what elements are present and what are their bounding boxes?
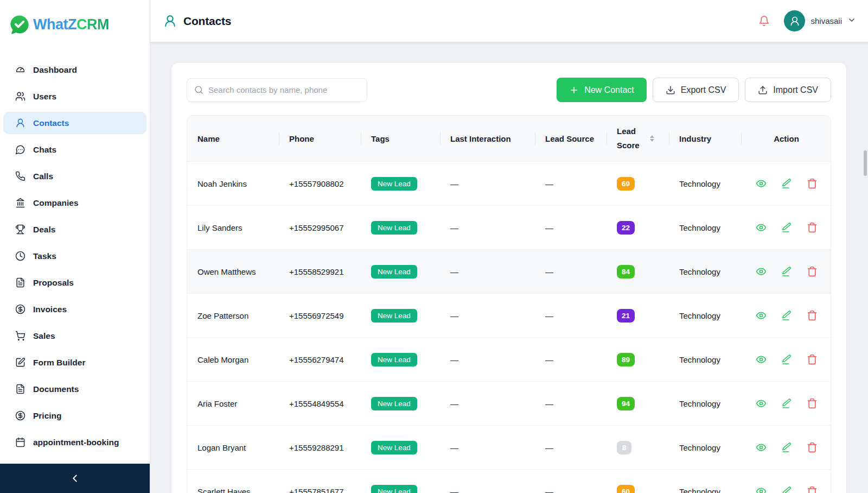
sidebar-item-tasks[interactable]: Tasks bbox=[3, 245, 146, 267]
sidebar-item-chats[interactable]: Chats bbox=[3, 138, 146, 161]
file-icon bbox=[15, 384, 25, 394]
sidebar-item-contacts[interactable]: Contacts bbox=[3, 112, 146, 134]
view-button[interactable] bbox=[756, 442, 767, 453]
chevron-left-icon bbox=[69, 472, 81, 484]
sidebar-item-label: Contacts bbox=[33, 118, 69, 128]
phone-icon bbox=[15, 171, 25, 181]
view-button[interactable] bbox=[756, 398, 767, 409]
contact-name: Caleb Morgan bbox=[187, 338, 279, 381]
sidebar-item-appointment-booking[interactable]: appointment-booking bbox=[3, 431, 146, 453]
new-contact-button[interactable]: New Contact bbox=[557, 78, 647, 102]
pencil-icon bbox=[781, 398, 792, 409]
sort-icon[interactable] bbox=[650, 135, 654, 142]
sidebar-item-deals[interactable]: Deals bbox=[3, 218, 146, 241]
contact-last-interaction: — bbox=[440, 294, 535, 337]
view-button[interactable] bbox=[756, 486, 767, 493]
tag-badge: New Lead bbox=[371, 441, 417, 454]
contact-phone: +15556279474 bbox=[279, 338, 361, 381]
contact-phone: +15559288291 bbox=[279, 426, 361, 469]
edit-button[interactable] bbox=[781, 310, 792, 321]
sidebar-item-label: Calls bbox=[33, 172, 53, 181]
edit-button[interactable] bbox=[781, 178, 792, 189]
delete-button[interactable] bbox=[807, 398, 818, 409]
delete-button[interactable] bbox=[807, 354, 818, 365]
sidebar-item-pricing[interactable]: Pricing bbox=[3, 404, 146, 427]
contact-lead-source: — bbox=[535, 162, 607, 205]
view-button[interactable] bbox=[756, 354, 767, 365]
tag-badge: New Lead bbox=[371, 265, 417, 279]
lead-score-badge: 89 bbox=[617, 353, 635, 366]
chevron-down-icon bbox=[847, 16, 856, 24]
sidebar-item-documents[interactable]: Documents bbox=[3, 378, 146, 400]
sidebar-item-label: Pricing bbox=[33, 411, 62, 421]
user-menu[interactable]: shivasaii bbox=[784, 10, 856, 31]
bank-icon bbox=[15, 198, 25, 208]
contact-last-interaction: — bbox=[440, 382, 535, 425]
contact-last-interaction: — bbox=[440, 426, 535, 469]
view-button[interactable] bbox=[756, 266, 767, 277]
user-icon bbox=[789, 16, 800, 27]
edit-button[interactable] bbox=[781, 442, 792, 453]
topbar: Contacts shivasaii bbox=[150, 0, 868, 42]
eye-icon bbox=[756, 310, 767, 321]
contact-row: Scarlett Hayes+15557851677New Lead——60Te… bbox=[187, 469, 831, 493]
column-header-label: Lead Score bbox=[617, 124, 643, 153]
delete-button[interactable] bbox=[807, 222, 818, 233]
import-csv-button[interactable]: Import CSV bbox=[745, 78, 831, 102]
contact-lead-score: 21 bbox=[607, 294, 669, 337]
delete-button[interactable] bbox=[807, 178, 818, 189]
lead-score-badge: 21 bbox=[617, 309, 635, 323]
sidebar-item-form-builder[interactable]: Form Builder bbox=[3, 351, 146, 374]
sidebar-nav: DashboardUsersContactsChatsCallsCompanie… bbox=[0, 59, 150, 464]
view-button[interactable] bbox=[756, 310, 767, 321]
sidebar-item-users[interactable]: Users bbox=[3, 85, 146, 108]
sidebar-item-invoices[interactable]: Invoices bbox=[3, 298, 146, 320]
gauge-icon bbox=[15, 65, 25, 75]
sidebar-collapse-button[interactable] bbox=[0, 464, 150, 493]
content-area: New Contact Export CSV Import CSV NamePh… bbox=[150, 42, 868, 493]
eye-icon bbox=[756, 266, 767, 277]
whatsapp-check-icon bbox=[9, 14, 30, 35]
delete-button[interactable] bbox=[807, 266, 818, 277]
contact-industry: Technology bbox=[669, 426, 741, 469]
contact-lead-score: 84 bbox=[607, 250, 669, 293]
users-icon bbox=[15, 91, 25, 102]
lead-score-badge: 94 bbox=[617, 397, 635, 410]
delete-button[interactable] bbox=[807, 310, 818, 321]
scrollbar-thumb[interactable] bbox=[864, 150, 867, 176]
delete-button[interactable] bbox=[807, 442, 818, 453]
lead-score-badge: 8 bbox=[617, 441, 631, 454]
export-csv-button[interactable]: Export CSV bbox=[653, 78, 739, 102]
sidebar-item-companies[interactable]: Companies bbox=[3, 192, 146, 214]
view-button[interactable] bbox=[756, 178, 767, 189]
tag-badge: New Lead bbox=[371, 309, 417, 323]
sidebar-item-calls[interactable]: Calls bbox=[3, 165, 146, 187]
delete-button[interactable] bbox=[807, 486, 818, 493]
edit-button[interactable] bbox=[781, 266, 792, 277]
contact-actions bbox=[741, 250, 831, 293]
trash-icon bbox=[807, 178, 818, 189]
edit-button[interactable] bbox=[781, 398, 792, 409]
edit-button[interactable] bbox=[781, 354, 792, 365]
contact-industry: Technology bbox=[669, 338, 741, 381]
sidebar: WhatZCRM DashboardUsersContactsChatsCall… bbox=[0, 0, 150, 493]
sidebar-item-dashboard[interactable]: Dashboard bbox=[3, 59, 146, 81]
search-input[interactable] bbox=[208, 85, 360, 94]
notifications-button[interactable] bbox=[758, 15, 770, 27]
edit-button[interactable] bbox=[781, 222, 792, 233]
contact-name: Aria Foster bbox=[187, 382, 279, 425]
view-button[interactable] bbox=[756, 222, 767, 233]
contact-name: Owen Matthews bbox=[187, 250, 279, 293]
column-header-lead-score[interactable]: Lead Score bbox=[607, 116, 669, 161]
edit-button[interactable] bbox=[781, 486, 792, 493]
column-header-label: Lead Source bbox=[545, 134, 594, 143]
contact-actions bbox=[741, 162, 831, 205]
lead-score-badge: 60 bbox=[617, 485, 635, 493]
sidebar-item-proposals[interactable]: Proposals bbox=[3, 271, 146, 294]
contact-actions bbox=[741, 470, 831, 493]
sidebar-item-sales[interactable]: Sales bbox=[3, 325, 146, 347]
contact-lead-source: — bbox=[535, 250, 607, 293]
sidebar-item-label: Companies bbox=[33, 198, 79, 208]
contact-lead-score: 22 bbox=[607, 206, 669, 249]
contact-industry: Technology bbox=[669, 382, 741, 425]
